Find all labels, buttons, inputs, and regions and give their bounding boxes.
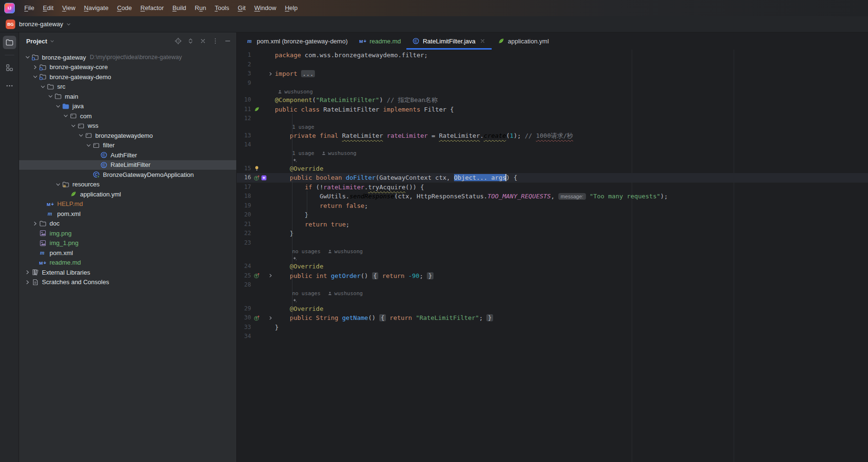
chevron-down-icon[interactable] bbox=[54, 181, 62, 188]
code-vision-hint[interactable]: no usageswushusong bbox=[237, 247, 868, 255]
tree-item-bronzegatewaydemoapplication[interactable]: CBronzeGatewayDemoApplication bbox=[19, 170, 236, 180]
tool-strip-project-folder-button[interactable] bbox=[3, 36, 16, 49]
code-line-20[interactable]: 20 } bbox=[237, 210, 868, 220]
tree-item-application-yml[interactable]: application.yml bbox=[19, 189, 236, 199]
implements-method-icon[interactable] bbox=[253, 272, 260, 279]
menu-window[interactable]: Window bbox=[250, 0, 281, 16]
code-vision-hint[interactable]: wushusong bbox=[237, 88, 868, 95]
fold-arrow-icon[interactable] bbox=[267, 315, 274, 321]
minimize-icon[interactable] bbox=[224, 37, 232, 45]
tree-item-ratelimitfilter[interactable]: CRateLimitFilter bbox=[19, 160, 236, 170]
close-icon[interactable] bbox=[199, 37, 207, 45]
chevron-down-icon[interactable] bbox=[70, 122, 77, 130]
swap-icon[interactable] bbox=[187, 37, 194, 45]
code-line-2[interactable]: 2 bbox=[237, 60, 868, 70]
editor-body[interactable]: 1package com.wss.bronzegatewaydemo.filte… bbox=[237, 50, 868, 462]
tab-ratelimitfilter-java[interactable]: CRateLimitFilter.java bbox=[406, 32, 492, 50]
more-vertical-icon[interactable] bbox=[212, 37, 219, 45]
tree-item-pom-xml[interactable]: mpom.xml bbox=[19, 209, 236, 219]
code-line-9[interactable]: 9 bbox=[237, 79, 868, 88]
chevron-down-icon[interactable] bbox=[77, 132, 85, 139]
tree-item-filter[interactable]: filter bbox=[19, 141, 236, 151]
ai-assistant-icon[interactable] bbox=[261, 175, 267, 181]
chevron-down-icon[interactable] bbox=[39, 83, 47, 91]
usages-hint[interactable]: 1 usage bbox=[292, 150, 314, 156]
tree-item-bronze-gateway[interactable]: bronze-gatewayD:\my\project\idea\bronze-… bbox=[19, 52, 236, 62]
tab-application-yml[interactable]: application.yml bbox=[492, 32, 555, 50]
menu-help[interactable]: Help bbox=[281, 0, 302, 16]
author-hint[interactable]: wushusong bbox=[321, 150, 357, 156]
usages-hint[interactable]: no usages bbox=[292, 290, 321, 297]
code-line-24[interactable]: 24 @Override bbox=[237, 262, 868, 271]
menu-git[interactable]: Git bbox=[233, 0, 250, 16]
menu-code[interactable]: Code bbox=[113, 0, 136, 16]
code-line-30[interactable]: 30 public String getName() { return "Rat… bbox=[237, 313, 868, 323]
code-vision-hint[interactable]: no usageswushusong bbox=[237, 290, 868, 298]
chevron-down-icon[interactable] bbox=[24, 53, 31, 61]
code-line-12[interactable]: 12 bbox=[237, 114, 868, 123]
chevron-down-icon[interactable] bbox=[31, 73, 39, 81]
project-panel-title[interactable]: Project bbox=[26, 38, 47, 45]
chevron-right-icon[interactable] bbox=[24, 278, 31, 286]
menu-run[interactable]: Run bbox=[191, 0, 211, 16]
code-line-28[interactable]: 28 bbox=[237, 280, 868, 290]
code-line-17[interactable]: 17 if (!rateLimiter.tryAcquire()) { bbox=[237, 183, 868, 192]
code-line-13[interactable]: 13 private final RateLimiter rateLimiter… bbox=[237, 131, 868, 141]
code-line-19[interactable]: 19 return false; bbox=[237, 201, 868, 211]
tree-item-bronze-gateway-core[interactable]: bronze-gateway-core bbox=[19, 62, 236, 72]
tree-item-main[interactable]: main bbox=[19, 92, 236, 102]
target-icon[interactable] bbox=[174, 37, 182, 45]
author-hint[interactable]: wushusong bbox=[277, 89, 313, 95]
code-line-29[interactable]: 29 @Override bbox=[237, 304, 868, 314]
tree-item-scratches-and-consoles[interactable]: Scratches and Consoles bbox=[19, 277, 236, 287]
code-line-23[interactable]: 23 bbox=[237, 238, 868, 248]
code-line-22[interactable]: 22 } bbox=[237, 229, 868, 238]
chevron-down-icon[interactable] bbox=[47, 92, 54, 100]
code-line-34[interactable]: 34 bbox=[237, 332, 868, 341]
tab-pom-xml-bronze-gateway-demo-[interactable]: mpom.xml (bronze-gateway-demo) bbox=[241, 32, 353, 50]
spring-bean-icon[interactable] bbox=[253, 106, 260, 113]
code-line-33[interactable]: 33} bbox=[237, 323, 868, 332]
author-hint[interactable]: wushusong bbox=[327, 248, 363, 255]
tool-strip-structure-button[interactable] bbox=[3, 61, 16, 74]
menu-edit[interactable]: Edit bbox=[39, 0, 58, 16]
ai-actions-hint[interactable] bbox=[237, 298, 868, 304]
tree-item-doc[interactable]: doc bbox=[19, 219, 236, 229]
tree-item-bronze-gateway-demo[interactable]: bronze-gateway-demo bbox=[19, 72, 236, 82]
code-line-21[interactable]: 21 return true; bbox=[237, 220, 868, 229]
tree-item-readme-md[interactable]: Mreadme.md bbox=[19, 258, 236, 268]
chevron-down-icon[interactable] bbox=[62, 112, 70, 120]
code-vision-hint[interactable]: 1 usagewushusong bbox=[237, 150, 868, 157]
code-line-15[interactable]: 15 @Override bbox=[237, 164, 868, 174]
menu-tools[interactable]: Tools bbox=[211, 0, 233, 16]
chevron-down-icon[interactable] bbox=[49, 38, 55, 44]
chevron-down-icon[interactable] bbox=[54, 103, 62, 110]
tree-item-resources[interactable]: resources bbox=[19, 180, 236, 190]
code-line-18[interactable]: 18 GwUtils.sendResponse(ctx, HttpRespons… bbox=[237, 192, 868, 201]
close-icon[interactable] bbox=[479, 38, 486, 44]
code-line-25[interactable]: 25 public int getOrder() { return -90; } bbox=[237, 271, 868, 281]
fold-arrow-icon[interactable] bbox=[267, 71, 274, 77]
tree-item-wss[interactable]: wss bbox=[19, 121, 236, 131]
tree-item-external-libraries[interactable]: External Libraries bbox=[19, 267, 236, 277]
author-hint[interactable]: wushusong bbox=[327, 290, 363, 297]
tree-item-src[interactable]: src bbox=[19, 82, 236, 92]
menu-build[interactable]: Build bbox=[168, 0, 191, 16]
code-line-3[interactable]: 3import ... bbox=[237, 69, 868, 79]
project-switcher[interactable]: bronze-gateway bbox=[19, 21, 63, 28]
code-line-10[interactable]: 10@Component("RateLimitFilter") // 指定Bea… bbox=[237, 95, 868, 105]
code-line-14[interactable]: 14 bbox=[237, 140, 868, 150]
code-vision-hint[interactable]: 1 usage bbox=[237, 123, 868, 131]
tree-item-java[interactable]: java bbox=[19, 102, 236, 112]
tree-item-bronzegatewaydemo[interactable]: bronzegatewaydemo bbox=[19, 131, 236, 141]
tool-strip-more-horizontal-button[interactable] bbox=[3, 79, 16, 92]
tree-item-com[interactable]: com bbox=[19, 111, 236, 121]
fold-arrow-icon[interactable] bbox=[267, 272, 274, 279]
ai-actions-hint[interactable] bbox=[237, 255, 868, 262]
tree-item-help-md[interactable]: MHELP.md bbox=[19, 199, 236, 209]
code-line-16[interactable]: 16 public boolean doFilter(GatewayContex… bbox=[237, 173, 868, 183]
menu-file[interactable]: File bbox=[20, 0, 39, 16]
intention-bulb-icon[interactable] bbox=[253, 165, 260, 172]
menu-navigate[interactable]: Navigate bbox=[80, 0, 112, 16]
tree-item-pom-xml[interactable]: mpom.xml bbox=[19, 248, 236, 258]
